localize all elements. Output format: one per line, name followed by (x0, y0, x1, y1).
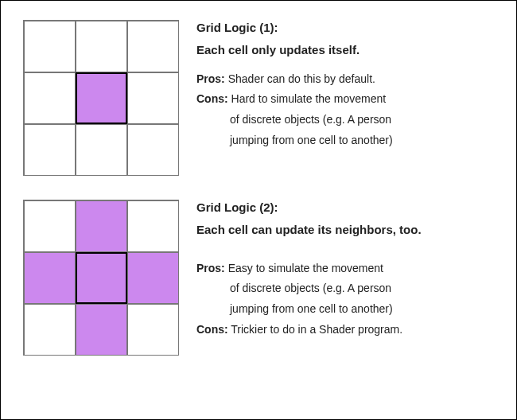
section-1-pros-cons: Pros: Shader can do this by default. Con… (196, 69, 500, 152)
grid-1-cell (24, 124, 76, 176)
section-2-pros-line: Pros: Easy to simulate the movement (196, 259, 500, 279)
grid-2-cell-top (76, 200, 127, 252)
cons-text-l3: jumping from one cell to another) (196, 130, 500, 151)
grid-2-center-cell (76, 252, 127, 304)
grid-1-cell (127, 124, 179, 176)
grid-2 (23, 200, 179, 356)
cons-text: Trickier to do in a Shader program. (231, 323, 402, 336)
grid-2-wrap (23, 195, 179, 356)
grid-2-cell (127, 200, 179, 252)
section-1-text: Grid Logic (1): Each cell only updates i… (196, 15, 500, 151)
pros-text-l2: of discrete objects (e.g. A person (196, 278, 500, 299)
cons-label: Cons: (196, 323, 228, 336)
pros-text: Easy to simulate the movement (228, 262, 383, 274)
grid-1-cell (76, 21, 127, 72)
grid-2-cell-left (24, 252, 76, 304)
pros-text-l3: jumping from one cell to another) (196, 299, 500, 320)
section-grid-logic-1: Grid Logic (1): Each cell only updates i… (23, 15, 500, 176)
grid-1-center-cell (76, 72, 127, 124)
section-2-subtitle: Each cell can update its neighbors, too. (196, 219, 500, 241)
page: Grid Logic (1): Each cell only updates i… (0, 0, 517, 420)
pros-text: Shader can do this by default. (228, 72, 375, 85)
grid-1-cell (127, 72, 179, 124)
grid-2-cell (24, 304, 76, 356)
section-1-subtitle: Each cell only updates itself. (196, 39, 500, 61)
grid-1-cell (24, 72, 76, 124)
grid-2-cell (24, 200, 76, 252)
section-2-text: Grid Logic (2): Each cell can update its… (196, 195, 500, 340)
section-grid-logic-2: Grid Logic (2): Each cell can update its… (23, 195, 500, 356)
pros-label: Pros: (196, 72, 225, 85)
grid-1-cell (127, 21, 179, 72)
section-1-cons-line: Cons: Hard to simulate the movement (196, 89, 500, 110)
grid-1-cell (24, 21, 76, 72)
cons-label: Cons: (196, 92, 228, 105)
grid-1 (23, 20, 179, 176)
section-1-pros-line: Pros: Shader can do this by default. (196, 69, 500, 90)
section-1-title: Grid Logic (1): (196, 17, 500, 39)
section-2-title: Grid Logic (2): (196, 196, 500, 219)
section-2-cons-line: Cons: Trickier to do in a Shader program… (196, 320, 500, 340)
grid-1-cell (76, 124, 127, 176)
cons-text-l2: of discrete objects (e.g. A person (196, 110, 500, 130)
section-2-pros-cons: Pros: Easy to simulate the movement of d… (196, 259, 500, 341)
grid-2-cell-bottom (76, 304, 127, 356)
grid-1-wrap (23, 15, 179, 176)
cons-text: Hard to simulate the movement (231, 92, 387, 105)
grid-2-cell (127, 304, 179, 356)
grid-2-cell-right (127, 252, 179, 304)
pros-label: Pros: (196, 262, 225, 274)
